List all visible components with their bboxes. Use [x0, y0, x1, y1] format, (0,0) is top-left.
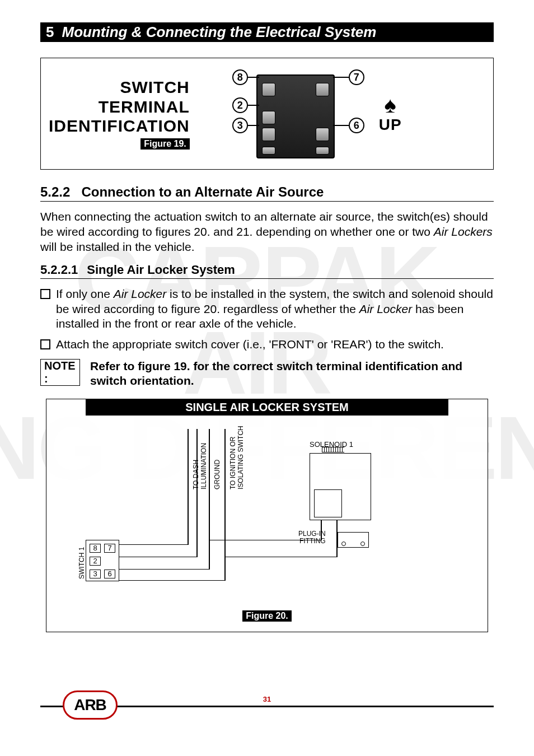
figure-20: SINGLE AIR LOCKER SYSTEM TO DASHILLUMINA…	[46, 399, 488, 632]
figure-19-title: SWITCH TERMINAL IDENTIFICATION Figure 19…	[49, 78, 190, 150]
terminal-2: 2	[232, 97, 248, 113]
terminal-7: 7	[349, 69, 364, 85]
note-label: NOTE :	[40, 359, 80, 386]
arb-logo: ARB	[63, 690, 118, 720]
chapter-number: 5	[46, 24, 54, 40]
figure-20-caption: Figure 20.	[242, 610, 292, 622]
up-arrow-icon: ♠	[379, 94, 402, 116]
note-block: NOTE : Refer to figure 19. for the corre…	[40, 359, 494, 389]
terminal-6: 6	[349, 118, 364, 133]
label-switch: SWITCH 1	[78, 547, 86, 578]
checklist-item-2: Attach the appropriate switch cover (i.e…	[40, 337, 494, 352]
section-5-2-2-heading: 5.2.2Connection to an Alternate Air Sour…	[40, 184, 494, 202]
checklist-item-1: If only one Air Locker is to be installe…	[40, 287, 494, 332]
solenoid-inner	[314, 489, 342, 517]
figure-19-caption: Figure 19.	[140, 138, 190, 150]
terminal-8: 8	[232, 69, 248, 85]
up-indicator: ♠ UP	[379, 94, 402, 134]
plug-fitting	[338, 532, 369, 548]
chapter-title: Mounting & Connecting the Electrical Sys…	[62, 24, 376, 40]
terminal-3: 3	[232, 118, 248, 133]
section-5-2-2-body: When connecting the actuation switch to …	[40, 209, 494, 255]
rocker-switch	[256, 74, 335, 158]
solenoid-coil	[322, 447, 344, 452]
checkbox-icon	[40, 289, 50, 299]
page-footer: ARB 31	[40, 706, 494, 739]
chapter-header: 5Mounting & Connecting the Electrical Sy…	[40, 22, 494, 42]
figure-20-diagram: TO DASHILLUMINATION GROUND TO IGNITION O…	[63, 422, 471, 607]
label-ignition: TO IGNITION ORISOLATING SWITCH	[229, 426, 245, 489]
figure-19: SWITCH TERMINAL IDENTIFICATION Figure 19…	[40, 58, 494, 170]
page-number: 31	[259, 695, 275, 703]
checkbox-icon	[40, 339, 50, 349]
figure-20-title: SINGLE AIR LOCKER SYSTEM	[86, 399, 448, 416]
note-text: Refer to figure 19. for the correct swit…	[90, 359, 494, 389]
switch-diagram: 8 7 2 3 6	[198, 66, 371, 161]
label-dash: TO DASHILLUMINATION	[192, 443, 208, 489]
label-ground: GROUND	[213, 459, 221, 489]
section-5-2-2-1-heading: 5.2.2.1Single Air Locker System	[40, 263, 494, 279]
switch-1-box: 8 7 2 3 6	[86, 540, 119, 581]
